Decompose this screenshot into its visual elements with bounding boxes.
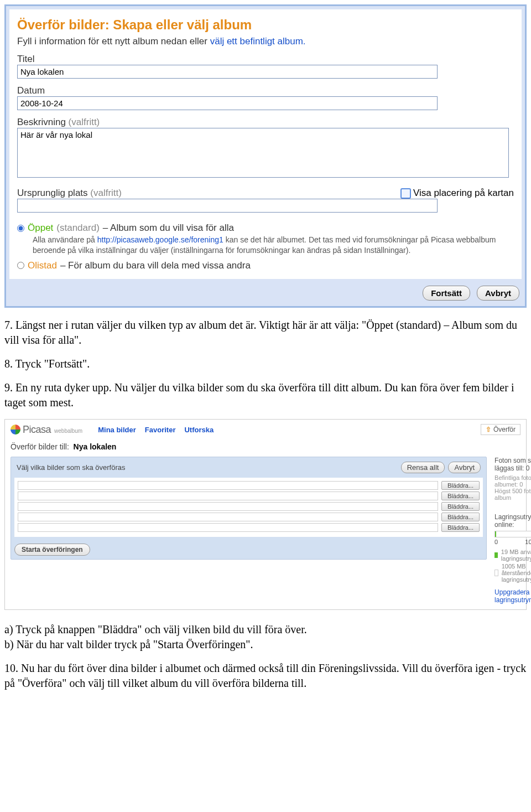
cancel-upload-button[interactable]: Avbryt [448,462,481,473]
file-select-panel: Välj vilka bilder som ska överföras Rens… [11,457,487,560]
file-input-1[interactable] [18,481,438,490]
upload-breadcrumb: Överför bilder till: Nya lokalen [5,440,526,453]
description-input[interactable]: Här är vår nya lokal [17,128,509,178]
browse-button-4[interactable]: Bläddra... [441,513,480,521]
step-10: 10. Nu har du fört över dina bilder i al… [4,661,527,691]
file-input-2[interactable] [18,492,438,500]
location-input[interactable] [17,199,438,213]
max-photos: Högst 500 foton per album [494,488,531,501]
show-on-map-checkbox[interactable]: Visa placering på kartan [400,188,514,199]
free-swatch [494,570,498,576]
continue-button[interactable]: Fortsätt [423,286,470,301]
title-input[interactable] [17,65,438,79]
clear-all-button[interactable]: Rensa allt [401,462,445,473]
nav-favorites[interactable]: Favoriter [145,426,176,434]
picasa-nav: Mina bilder Favoriter Utforska [98,426,214,434]
start-upload-button[interactable]: Starta överföringen [14,544,90,556]
location-label: Ursprunglig plats (valfritt) [17,188,122,199]
browse-button-1[interactable]: Bläddra... [441,481,480,490]
browse-button-2[interactable]: Bläddra... [441,492,480,500]
step-7: 7. Längst ner i rutan väljer du vilken t… [4,318,527,348]
visibility-unlisted-radio[interactable]: Olistad – För album du bara vill dela me… [17,260,514,271]
visibility-open-radio[interactable]: Öppet (standard) – Album som du vill vis… [17,223,514,234]
instruction-text: 7. Längst ner i rutan väljer du vilken t… [4,318,527,410]
storage-panel: Foton som ska läggas till: 0 Befintliga … [494,457,531,604]
file-select-label: Välj vilka bilder som ska överföras [17,463,126,472]
step-b: b) När du har valt bilder tryck på "Star… [4,637,527,652]
checkbox-icon [400,188,411,199]
title-label: Titel [17,54,514,65]
dialog-title: Överför bilder: Skapa eller välj album [17,17,514,33]
step-8: 8. Tryck "Fortsätt". [4,356,527,371]
existing-photos: Befintliga foton i albumet: 0 [494,474,531,488]
radio-input[interactable] [17,262,24,269]
visibility-open-help: Alla användare på http://picasaweb.googl… [33,235,514,256]
cancel-button[interactable]: Avbryt [477,286,519,301]
nav-explore[interactable]: Utforska [184,426,214,434]
picasa-upload-panel: Picasa webbalbum Mina bilder Favoriter U… [4,419,527,610]
description-label: Beskrivning (valfritt) [17,117,514,128]
file-input-5[interactable] [18,523,438,532]
browse-button-3[interactable]: Bläddra... [441,502,480,511]
upload-link-button[interactable]: ⇧Överför [481,424,520,435]
photos-to-add: Foton som ska läggas till: 0 [494,457,531,472]
file-input-3[interactable] [18,502,438,511]
date-label: Datum [17,85,514,96]
choose-existing-link[interactable]: välj ett befintligt album. [210,36,306,46]
used-swatch [494,552,498,558]
step-a: a) Tryck på knappen "Bläddra" och välj v… [4,622,527,637]
file-input-4[interactable] [18,513,438,521]
upload-icon: ⇧ [486,426,491,433]
storage-bar-fill [495,531,496,537]
storage-label: Lagringsutrymme online: [494,513,531,529]
dialog-subtitle: Fyll i information för ett nytt album ne… [17,36,514,47]
step-9: 9. En ny ruta dyker upp. Nu väljer du vi… [4,380,527,410]
upload-dialog: Överför bilder: Skapa eller välj album F… [4,4,527,308]
picasa-icon [11,425,20,435]
upgrade-storage-link[interactable]: Uppgradera lagringsutrymme [494,588,531,604]
radio-input[interactable] [17,225,24,232]
nav-my-photos[interactable]: Mina bilder [98,426,136,434]
instruction-text-2: a) Tryck på knappen "Bläddra" och välj v… [4,622,527,691]
album-url-link[interactable]: http://picasaweb.google.se/forening1 [97,235,223,244]
picasa-logo: Picasa webbalbum [11,424,82,436]
storage-bar [494,531,531,537]
date-input[interactable] [17,96,438,110]
browse-button-5[interactable]: Bläddra... [441,523,480,532]
